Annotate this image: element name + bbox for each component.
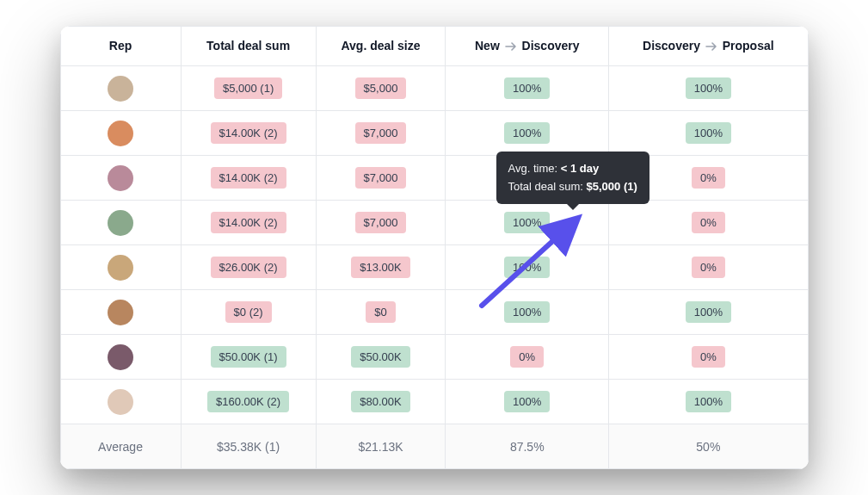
footer-label: Average <box>60 424 181 469</box>
total-pill[interactable]: $14.00K (2) <box>211 212 286 234</box>
stage2-from: Discovery <box>643 39 700 53</box>
stage2-pill[interactable]: 0% <box>692 212 725 234</box>
stage2-to: Proposal <box>723 39 774 53</box>
stage2-cell[interactable]: 100% <box>609 66 808 111</box>
avg-cell[interactable]: $80.00K <box>316 380 446 424</box>
stage2-pill[interactable]: 100% <box>686 77 731 100</box>
total-cell[interactable]: $5,000 (1) <box>181 66 316 111</box>
stage1-pill[interactable]: 0% <box>510 346 544 368</box>
total-cell[interactable]: $0 (2) <box>181 290 316 335</box>
stage1-cell[interactable]: 100% <box>446 201 609 245</box>
stage2-cell[interactable]: 100% <box>609 380 808 424</box>
stage2-cell[interactable]: 100% <box>609 111 808 156</box>
avg-pill[interactable]: $7,000 <box>355 122 407 145</box>
stage1-cell[interactable]: 100% <box>446 66 609 111</box>
stage2-pill[interactable]: 100% <box>686 122 731 145</box>
col-avg[interactable]: Avg. deal size <box>316 26 446 65</box>
stage1-to: Discovery <box>522 39 580 53</box>
table-row[interactable]: $14.00K (2)$7,0000% <box>60 156 808 201</box>
total-cell[interactable]: $14.00K (2) <box>181 156 316 201</box>
stage2-pill[interactable]: 100% <box>686 391 731 413</box>
stage1-cell[interactable]: 100% <box>446 290 609 335</box>
stage2-pill[interactable]: 0% <box>692 346 725 368</box>
rep-cell[interactable] <box>60 335 181 380</box>
total-cell[interactable]: $160.00K (2) <box>181 380 316 424</box>
col-stage2[interactable]: Discovery Proposal <box>609 26 808 65</box>
avg-cell[interactable]: $5,000 <box>316 66 446 111</box>
col-stage1[interactable]: New Discovery <box>446 26 609 65</box>
tooltip-line1-label: Avg. time: <box>508 162 561 175</box>
table-row[interactable]: $26.00K (2)$13.00K100%0% <box>60 245 808 290</box>
avg-cell[interactable]: $0 <box>316 290 446 335</box>
avg-pill[interactable]: $80.00K <box>351 391 409 413</box>
avatar[interactable] <box>108 210 133 236</box>
avatar[interactable] <box>108 76 133 102</box>
total-pill[interactable]: $14.00K (2) <box>211 167 286 189</box>
stage2-pill[interactable]: 0% <box>692 257 725 279</box>
avg-pill[interactable]: $7,000 <box>355 212 407 234</box>
rep-cell[interactable] <box>60 245 181 290</box>
total-pill[interactable]: $160.00K (2) <box>207 391 289 413</box>
avg-cell[interactable]: $7,000 <box>316 201 446 245</box>
tooltip-line1-value: < 1 day <box>561 162 599 175</box>
table-row[interactable]: $50.00K (1)$50.00K0%0% <box>60 335 808 380</box>
avg-pill[interactable]: $5,000 <box>355 77 407 100</box>
avg-pill[interactable]: $13.00K <box>351 257 409 279</box>
total-cell[interactable]: $50.00K (1) <box>181 335 316 380</box>
avatar[interactable] <box>108 121 133 146</box>
rep-cell[interactable] <box>60 201 181 245</box>
total-cell[interactable]: $14.00K (2) <box>181 111 316 156</box>
total-pill[interactable]: $26.00K (2) <box>211 257 286 279</box>
rep-cell[interactable] <box>60 156 181 201</box>
avatar[interactable] <box>108 165 133 191</box>
stage2-pill[interactable]: 100% <box>686 301 731 324</box>
rep-cell[interactable] <box>60 111 181 156</box>
avatar[interactable] <box>108 344 133 370</box>
col-total[interactable]: Total deal sum <box>181 26 316 65</box>
footer-avg: $21.13K <box>316 424 446 469</box>
table-row[interactable]: $14.00K (2)$7,000100%100% <box>60 111 808 156</box>
total-cell[interactable]: $14.00K (2) <box>181 201 316 245</box>
stage2-cell[interactable]: 100% <box>609 290 808 335</box>
stage1-cell[interactable]: 100% <box>446 245 609 290</box>
table-row[interactable]: $160.00K (2)$80.00K100%100% <box>60 380 808 424</box>
col-rep[interactable]: Rep <box>60 26 181 65</box>
table-footer-row: Average $35.38K (1) $21.13K 87.5% 50% <box>60 424 808 469</box>
avg-pill[interactable]: $50.00K <box>351 346 409 368</box>
avatar[interactable] <box>108 300 133 325</box>
avg-pill[interactable]: $7,000 <box>355 167 407 189</box>
stage1-pill[interactable]: 100% <box>504 122 550 145</box>
stage2-cell[interactable]: 0% <box>609 245 808 290</box>
stage1-cell[interactable]: 100% <box>446 111 609 156</box>
total-pill[interactable]: $14.00K (2) <box>211 122 286 145</box>
rep-cell[interactable] <box>60 66 181 111</box>
stage1-cell[interactable]: 0% <box>446 335 609 380</box>
total-cell[interactable]: $26.00K (2) <box>181 245 316 290</box>
stage1-pill[interactable]: 100% <box>504 77 550 100</box>
stage2-cell[interactable]: 0% <box>609 335 808 380</box>
tooltip-line2-value: $5,000 (1) <box>587 180 637 193</box>
rep-cell[interactable] <box>60 380 181 424</box>
table-row[interactable]: $14.00K (2)$7,000100%0% <box>60 201 808 245</box>
rep-cell[interactable] <box>60 290 181 335</box>
avatar[interactable] <box>108 389 133 415</box>
avg-cell[interactable]: $7,000 <box>316 156 446 201</box>
stage1-pill[interactable]: 100% <box>504 212 550 234</box>
avatar[interactable] <box>108 255 133 281</box>
avg-cell[interactable]: $50.00K <box>316 335 446 380</box>
stage1-from: New <box>475 39 500 53</box>
total-pill[interactable]: $5,000 (1) <box>214 77 282 100</box>
stage2-pill[interactable]: 0% <box>692 167 725 189</box>
stage1-pill[interactable]: 100% <box>504 257 550 279</box>
stage1-pill[interactable]: 100% <box>504 301 550 324</box>
table-row[interactable]: $5,000 (1)$5,000100%100% <box>60 66 808 111</box>
stage2-cell[interactable]: 0% <box>609 201 808 245</box>
avg-cell[interactable]: $13.00K <box>316 245 446 290</box>
avg-pill[interactable]: $0 <box>366 301 395 324</box>
total-pill[interactable]: $50.00K (1) <box>211 346 286 368</box>
avg-cell[interactable]: $7,000 <box>316 111 446 156</box>
stage1-cell[interactable]: 100% <box>446 380 609 424</box>
table-row[interactable]: $0 (2)$0100%100% <box>60 290 808 335</box>
stage1-pill[interactable]: 100% <box>504 391 550 413</box>
total-pill[interactable]: $0 (2) <box>225 301 272 324</box>
